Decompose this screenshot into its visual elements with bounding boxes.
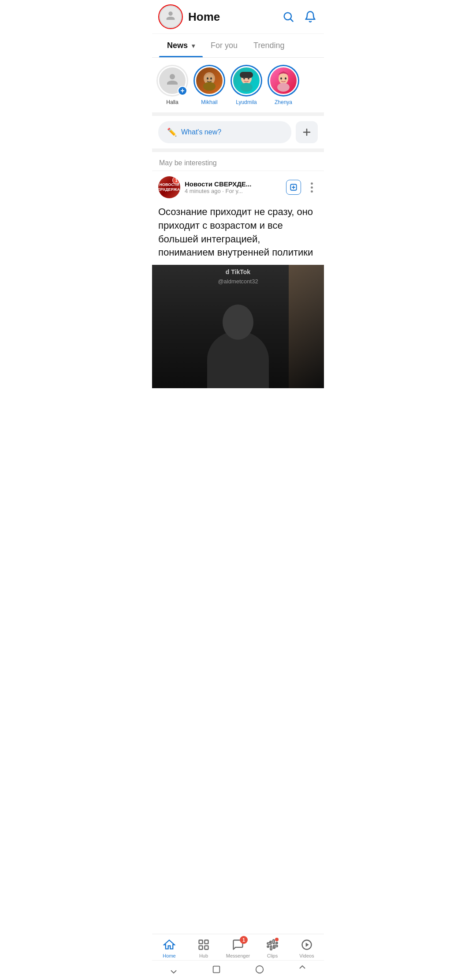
tabs-bar: News ▾ For you Trending xyxy=(152,34,324,58)
user-handle: @aldmetcont32 xyxy=(218,278,258,285)
section-label: May be interesting xyxy=(152,152,324,171)
story-halla[interactable]: + Halla xyxy=(156,65,188,105)
story-lyudmila[interactable]: Lyudmila xyxy=(231,65,262,105)
search-icon[interactable] xyxy=(282,10,295,23)
svg-point-13 xyxy=(280,78,282,80)
page-title: Home xyxy=(188,10,282,24)
post-badge: 1 xyxy=(172,176,180,184)
post-channel-name: Новости СВЕРХДЕ... xyxy=(185,180,282,188)
whats-new-input[interactable]: ✏️ What's new? xyxy=(158,121,291,143)
svg-point-11 xyxy=(240,83,253,92)
follow-button[interactable] xyxy=(286,180,301,195)
header-icons xyxy=(282,10,317,23)
post-meta: Новости СВЕРХДЕ... 4 minutes ago · For y… xyxy=(185,180,282,194)
story-mikhail-label: Mikhail xyxy=(201,99,217,105)
more-options-button[interactable] xyxy=(305,181,318,193)
post-header: НОВОСТИСВЕРХДЕРЖАВЫ 1 Новости СВЕРХДЕ...… xyxy=(152,171,324,204)
post-video[interactable]: d TikTok @aldmetcont32 xyxy=(152,265,324,388)
tab-for-you[interactable]: For you xyxy=(203,34,245,57)
svg-rect-8 xyxy=(240,72,253,78)
whats-new-label: What's new? xyxy=(181,128,221,136)
story-lyudmila-label: Lyudmila xyxy=(236,99,257,105)
add-story-button[interactable]: + xyxy=(178,86,187,96)
story-mikhail[interactable]: Mikhail xyxy=(193,65,225,105)
tiktok-label: d TikTok xyxy=(226,268,250,275)
post-avatar[interactable]: НОВОСТИСВЕРХДЕРЖАВЫ 1 xyxy=(158,176,180,198)
post-time: 4 minutes ago · For y... xyxy=(185,188,282,194)
svg-point-10 xyxy=(248,78,249,80)
whats-new-bar: ✏️ What's new? xyxy=(152,116,324,152)
svg-point-9 xyxy=(243,78,245,80)
stories-row: + Halla Mikhail xyxy=(152,58,324,116)
edit-icon: ✏️ xyxy=(167,127,177,137)
svg-point-4 xyxy=(207,78,208,80)
tab-news[interactable]: News ▾ xyxy=(159,34,203,57)
avatar[interactable] xyxy=(159,5,182,28)
svg-point-12 xyxy=(279,73,288,84)
notification-icon[interactable] xyxy=(304,10,317,23)
svg-point-14 xyxy=(285,78,286,80)
header: Home xyxy=(152,0,324,34)
svg-point-15 xyxy=(277,83,290,92)
story-zhenya-label: Zhenya xyxy=(275,99,292,105)
tab-news-arrow: ▾ xyxy=(192,42,195,49)
post-card: НОВОСТИСВЕРХДЕРЖАВЫ 1 Новости СВЕРХДЕ...… xyxy=(152,171,324,388)
svg-line-1 xyxy=(290,19,293,21)
story-halla-label: Halla xyxy=(166,99,178,105)
post-actions xyxy=(286,180,318,195)
post-text: Осознание приходит не сразу, оно приходи… xyxy=(152,204,324,265)
svg-point-5 xyxy=(210,78,212,80)
svg-point-6 xyxy=(203,82,216,91)
tab-trending[interactable]: Trending xyxy=(245,34,292,57)
add-media-button[interactable] xyxy=(296,121,318,143)
story-zhenya[interactable]: Zhenya xyxy=(268,65,299,105)
